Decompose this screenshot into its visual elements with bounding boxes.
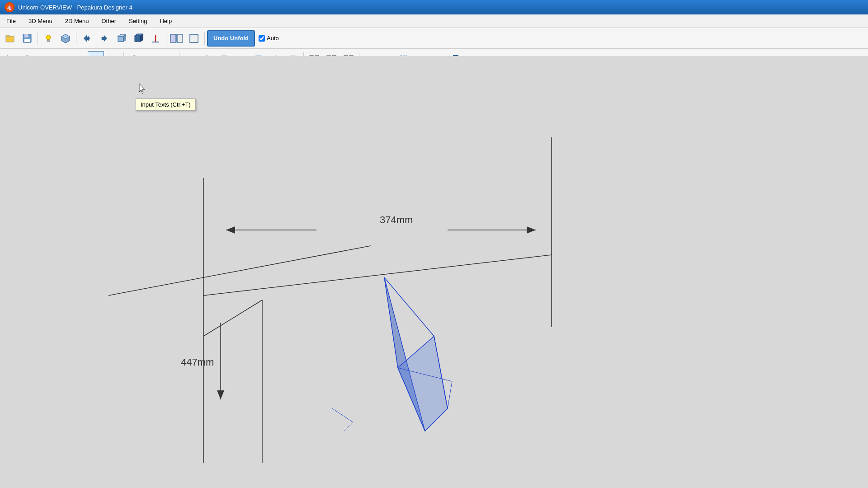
svg-rect-21 [177,34,183,42]
svg-line-114 [344,422,353,431]
menu-bar: File 3D Menu 2D Menu Other Setting Help [0,14,868,28]
dimension-447: 447mm [181,357,214,368]
pin-button[interactable] [147,30,164,47]
svg-rect-4 [24,39,30,42]
dimension-374: 374mm [380,214,413,225]
svg-rect-3 [24,34,28,38]
menu-other[interactable]: Other [95,14,123,28]
svg-point-5 [46,35,51,40]
svg-rect-20 [170,34,176,42]
main-drawing: 374mm 447mm [0,56,868,488]
split-v-button[interactable] [169,30,185,47]
app-icon: 🦄 [5,2,14,12]
svg-rect-23 [190,34,198,42]
title-bar: 🦄 Unicorn-OVERVIEW - Pepakura Designer 4 [0,0,868,14]
svg-line-94 [108,246,371,296]
sep2 [76,32,76,45]
svg-marker-106 [398,336,448,431]
cube-solid-button[interactable] [130,30,146,47]
3d-object-button[interactable] [57,30,74,47]
svg-rect-12 [118,36,123,42]
cube-front-button[interactable] [113,30,129,47]
auto-label: Auto [267,35,279,42]
svg-line-95 [203,255,552,296]
svg-rect-6 [47,40,50,42]
sep4 [204,32,205,45]
tooltip: Input Texts (Ctrl+T) [136,99,196,111]
single-panel-button[interactable] [186,30,202,47]
auto-checkbox[interactable] [259,35,265,42]
svg-marker-102 [527,226,536,234]
menu-help[interactable]: Help [153,14,178,28]
window-title: Unicorn-OVERVIEW - Pepakura Designer 4 [18,4,132,11]
toolbar1: Undo Unfold Auto [0,28,868,49]
menu-2d[interactable]: 2D Menu [59,14,95,28]
svg-line-97 [203,300,262,336]
lightbulb-button[interactable] [40,30,57,47]
menu-file[interactable]: File [0,14,22,28]
svg-rect-15 [135,36,141,42]
menu-setting[interactable]: Setting [123,14,153,28]
sep3 [166,32,166,45]
svg-marker-11 [102,35,107,42]
sep1 [38,32,38,45]
rotate-left-button[interactable] [79,30,95,47]
svg-marker-10 [88,36,90,41]
open-button[interactable] [2,30,18,47]
svg-marker-104 [217,390,224,399]
svg-line-113 [332,408,353,422]
svg-rect-1 [6,35,9,37]
undo-unfold-button[interactable]: Undo Unfold [207,30,255,47]
svg-marker-100 [226,226,235,234]
auto-check-container: Auto [259,35,279,42]
save-button[interactable] [19,30,35,47]
canvas-area[interactable]: 374mm 447mm [0,56,868,488]
menu-3d[interactable]: 3D Menu [22,14,59,28]
rotate-right-button[interactable] [96,30,112,47]
svg-line-112 [448,381,452,408]
